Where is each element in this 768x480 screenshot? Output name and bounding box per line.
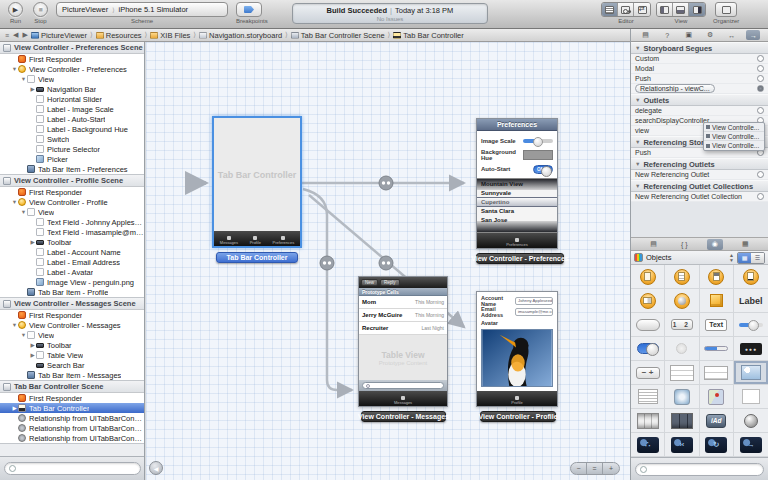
library-item-tab-bar-controller[interactable] xyxy=(734,265,768,289)
run-button[interactable]: ▶ xyxy=(8,2,23,17)
toggle-utilities-button[interactable] xyxy=(689,3,705,16)
library-item-glkit-view-controller[interactable] xyxy=(665,289,699,313)
connection-well[interactable] xyxy=(757,75,764,82)
file-template-library-icon[interactable]: ▤ xyxy=(646,239,662,250)
outline-row[interactable]: ▼View Controller - Preferences xyxy=(0,64,144,74)
outline-row[interactable]: Search Bar xyxy=(0,360,144,370)
tab-bar-item[interactable]: Messages xyxy=(220,236,238,245)
connection-well[interactable] xyxy=(757,107,764,114)
text-field[interactable]: imasample@me.com xyxy=(515,308,553,316)
disclosure-triangle[interactable]: ▼ xyxy=(635,139,640,145)
profile-scene-label[interactable]: View Controller - Profile xyxy=(480,411,556,422)
library-item-map-view[interactable] xyxy=(700,385,734,409)
library-item-activity-indicator-view[interactable] xyxy=(665,337,699,361)
library-item-scroll-view[interactable] xyxy=(734,385,768,409)
version-editor-button[interactable] xyxy=(634,3,650,16)
library-item-slider[interactable] xyxy=(734,313,768,337)
outline-row[interactable]: Label - Image Scale xyxy=(0,104,144,114)
toggle-debug-area-button[interactable] xyxy=(673,3,689,16)
library-filter-input[interactable] xyxy=(635,463,764,476)
table-view-cell[interactable]: Jerry McGuireThis Morning xyxy=(359,309,447,322)
outline-row[interactable]: ▶Tab Bar Controller xyxy=(0,403,144,413)
inspector-section-header[interactable]: ▼Outlets xyxy=(631,94,768,106)
library-category-selector[interactable]: Objects ▲▼ ▦ ☰ xyxy=(631,251,768,265)
identity-inspector-icon[interactable]: ▣ xyxy=(682,30,696,40)
segue-target-row[interactable]: View Controlle... xyxy=(704,141,764,150)
outline-row[interactable]: First Responder xyxy=(0,54,144,64)
table-view-cell[interactable]: MomThis Morning xyxy=(359,296,447,309)
outline-row[interactable]: Label - Email Address xyxy=(0,257,144,267)
outline-row[interactable]: ▶Navigation Bar xyxy=(0,84,144,94)
grid-view-button[interactable]: ▦ xyxy=(738,253,751,263)
connection-well[interactable] xyxy=(757,65,764,72)
disclosure-triangle[interactable]: ▼ xyxy=(20,332,27,338)
tab-bar-item[interactable]: Profile xyxy=(511,396,522,405)
back-icon[interactable]: ◀ xyxy=(13,31,18,39)
breadcrumb-item[interactable]: Resources xyxy=(96,31,142,40)
outline-row[interactable]: Horizontal Slider xyxy=(0,94,144,104)
disclosure-triangle[interactable]: ▼ xyxy=(11,199,18,205)
disclosure-triangle[interactable]: ▼ xyxy=(635,45,640,51)
disclosure-triangle[interactable]: ▼ xyxy=(635,183,640,189)
outline-row[interactable]: ▶Toolbar xyxy=(0,340,144,350)
library-item-iad-banner-view[interactable]: iAd xyxy=(700,409,734,433)
disclosure-triangle[interactable]: ▶ xyxy=(29,352,36,358)
library-item-page-control[interactable]: ●●● xyxy=(734,337,768,361)
related-items-icon[interactable]: ≡ xyxy=(5,32,9,39)
toggle-navigator-button[interactable] xyxy=(657,3,673,16)
outline-row[interactable]: Label - Background Hue xyxy=(0,124,144,134)
forward-icon[interactable]: ▶ xyxy=(22,31,27,39)
segue-to-messages[interactable] xyxy=(303,189,352,390)
list-view-button[interactable]: ☰ xyxy=(751,253,764,263)
library-item-table-view-controller[interactable] xyxy=(665,265,699,289)
breakpoints-button[interactable] xyxy=(236,2,262,17)
tab-bar-item[interactable]: Preferences xyxy=(506,238,528,247)
library-item-segmented-control[interactable]: 1 2 xyxy=(665,313,699,337)
connection-well[interactable] xyxy=(757,171,764,178)
disclosure-triangle[interactable]: ▶ xyxy=(29,342,36,348)
library-item-table-view-cell[interactable] xyxy=(700,361,734,385)
tab-bar-item[interactable]: Preferences xyxy=(273,236,295,245)
outline-row[interactable]: Label - Avatar xyxy=(0,267,144,277)
disclosure-triangle[interactable]: ▼ xyxy=(11,322,18,328)
library-item-switch[interactable] xyxy=(631,337,665,361)
disclosure-triangle[interactable]: ▼ xyxy=(20,209,27,215)
reply-button[interactable]: Reply xyxy=(380,279,400,286)
standard-editor-button[interactable] xyxy=(602,3,618,16)
new-button[interactable]: New xyxy=(361,279,378,286)
connection-well[interactable] xyxy=(757,193,764,200)
outline-filter-input[interactable] xyxy=(4,462,141,475)
inspector-section-header[interactable]: ▼Referencing Outlets xyxy=(631,158,768,170)
assistant-editor-button[interactable] xyxy=(618,3,634,16)
connections-inspector-icon[interactable]: → xyxy=(746,30,760,40)
tab-bar-item[interactable]: Profile xyxy=(250,236,261,245)
outline-row[interactable]: ▼View xyxy=(0,330,144,340)
library-item-round-rect-button[interactable] xyxy=(631,313,665,337)
library-item-web-view[interactable] xyxy=(665,385,699,409)
outline-row[interactable]: ▼View xyxy=(0,74,144,84)
scheme-selector[interactable]: PictureViewer ⟩ iPhone 5.1 Simulator xyxy=(56,2,228,17)
horizontal-slider[interactable] xyxy=(523,139,553,143)
outline-row[interactable]: First Responder xyxy=(0,310,144,320)
library-item-date-picker[interactable] xyxy=(665,409,699,433)
disclosure-triangle[interactable]: ▶ xyxy=(11,405,18,411)
library-item-glkit-view[interactable] xyxy=(734,409,768,433)
inspector-section-header[interactable]: ▼Referencing Outlet Collections xyxy=(631,180,768,192)
attributes-inspector-icon[interactable]: ⚙ xyxy=(703,30,717,40)
code-snippet-library-icon[interactable]: { } xyxy=(676,239,692,250)
library-item-progress-view[interactable] xyxy=(700,337,734,361)
relationship-badge[interactable] xyxy=(320,256,334,270)
outline-row[interactable]: Relationship from UITabBarControll... xyxy=(0,433,144,443)
outline-row[interactable]: Text Field - Johnny Appleseed xyxy=(0,217,144,227)
tab-bar-item[interactable]: Messages xyxy=(394,396,412,405)
organizer-button[interactable] xyxy=(715,2,737,17)
outline-row[interactable]: Tab Bar Item - Messages xyxy=(0,370,144,380)
auto-start-switch[interactable]: ON xyxy=(533,165,553,174)
disclosure-triangle[interactable]: ▼ xyxy=(20,76,27,82)
stop-button[interactable]: ■ xyxy=(33,2,48,17)
disclosure-triangle[interactable]: ▼ xyxy=(635,161,640,167)
picker-view[interactable]: Mountain ViewSunnyvaleCupertinoSanta Cla… xyxy=(477,178,557,233)
size-inspector-icon[interactable]: ↔ xyxy=(725,30,739,40)
scene-header[interactable]: Tab Bar Controller Scene xyxy=(0,381,144,393)
outline-row[interactable]: Tab Bar Item - Profile xyxy=(0,287,144,297)
